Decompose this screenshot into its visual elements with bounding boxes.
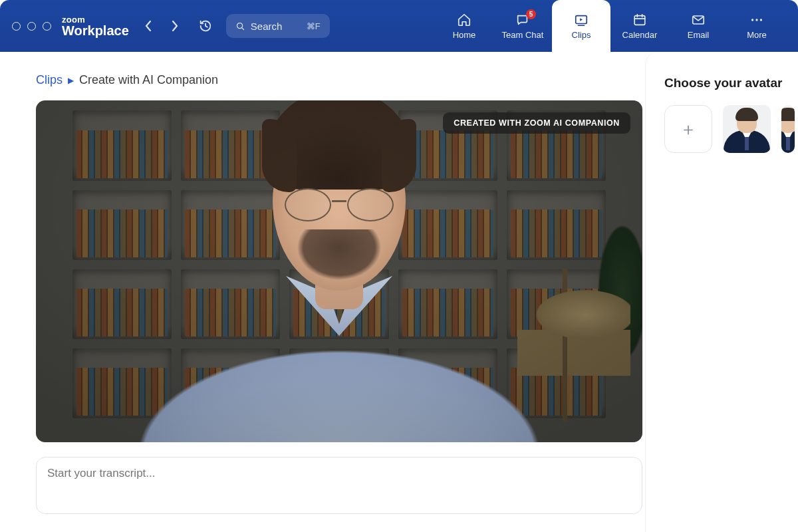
avatar-panel-title: Choose your avatar: [664, 76, 798, 90]
avatar-panel: Choose your avatar ＋: [645, 52, 798, 532]
breadcrumb-current: Create with AI Companion: [79, 73, 218, 87]
tab-label: Team Chat: [502, 30, 544, 40]
calendar-icon: [632, 13, 647, 27]
tab-clips[interactable]: Clips: [552, 0, 610, 52]
chevron-right-icon: [171, 20, 179, 32]
svg-rect-2: [634, 15, 645, 25]
svg-point-4: [751, 19, 753, 21]
avatar-option-2[interactable]: [781, 105, 795, 153]
video-preview[interactable]: CREATED WITH ZOOM AI COMPANION: [36, 100, 642, 442]
ai-watermark-badge: CREATED WITH ZOOM AI COMPANION: [443, 112, 630, 134]
brand-line2: Workplace: [62, 24, 129, 37]
avatar-list: ＋: [664, 105, 798, 153]
svg-point-0: [237, 23, 242, 28]
search-placeholder: Search: [251, 21, 283, 32]
forward-button[interactable]: [166, 17, 184, 35]
svg-point-5: [755, 19, 757, 21]
tab-label: More: [747, 30, 767, 40]
unread-badge: 5: [526, 9, 536, 19]
email-icon: [691, 13, 706, 27]
add-avatar-button[interactable]: ＋: [664, 105, 712, 153]
chevron-left-icon: [144, 20, 152, 32]
window-close-button[interactable]: [12, 22, 21, 31]
more-icon: [749, 13, 764, 27]
tab-email[interactable]: Email: [669, 0, 728, 52]
window-minimize-button[interactable]: [27, 22, 36, 31]
tab-calendar[interactable]: Calendar: [610, 0, 669, 52]
transcript-input[interactable]: [36, 457, 642, 514]
search-icon: [235, 21, 245, 31]
chevron-right-icon: ▶: [68, 76, 74, 85]
tab-team-chat[interactable]: Team Chat 5: [493, 0, 552, 52]
brand-line1: zoom: [62, 15, 129, 24]
search-shortcut: ⌘F: [307, 21, 321, 31]
nav-history-controls: [140, 17, 214, 35]
tab-more[interactable]: More: [728, 0, 786, 52]
avatar-option-1[interactable]: [723, 105, 771, 153]
home-icon: [457, 13, 471, 27]
history-button[interactable]: [197, 17, 214, 35]
plus-icon: ＋: [680, 118, 697, 141]
tab-label: Calendar: [622, 30, 658, 40]
app-brand: zoom Workplace: [62, 15, 129, 37]
window-zoom-button[interactable]: [43, 22, 51, 31]
tab-home[interactable]: Home: [435, 0, 493, 52]
window-controls: [12, 22, 51, 31]
back-button[interactable]: [140, 17, 157, 35]
breadcrumb-root[interactable]: Clips: [36, 73, 63, 87]
breadcrumb: Clips ▶ Create with AI Companion: [36, 73, 625, 87]
main-nav-tabs: Home Team Chat 5 Clips Calendar Email: [435, 0, 786, 52]
editor-column: Clips ▶ Create with AI Companion: [0, 52, 625, 532]
tab-label: Clips: [572, 30, 591, 40]
tab-label: Home: [453, 30, 476, 40]
tab-label: Email: [688, 30, 710, 40]
title-bar: zoom Workplace Search ⌘F Home Team Cha: [0, 0, 798, 52]
search-input[interactable]: Search ⌘F: [226, 14, 330, 38]
svg-point-6: [760, 19, 762, 21]
clips-icon: [574, 13, 589, 27]
history-icon: [198, 19, 213, 33]
main-content: Clips ▶ Create with AI Companion: [0, 52, 798, 532]
